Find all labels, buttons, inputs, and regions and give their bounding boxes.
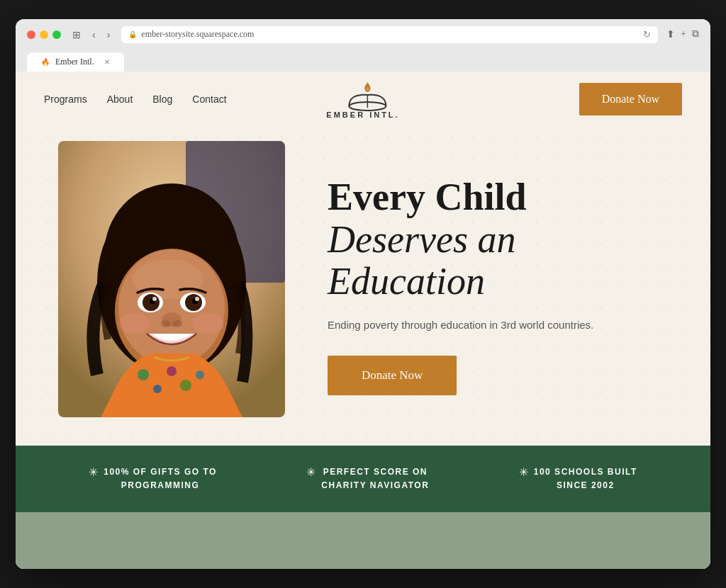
close-button[interactable]	[27, 30, 35, 39]
address-bar[interactable]: 🔒 ember-storysite.squarespace.com ↻	[121, 26, 658, 43]
svg-point-20	[172, 320, 182, 327]
tabs-icon[interactable]: ⧉	[692, 28, 699, 40]
active-tab[interactable]: 🔥 Ember Intl. ✕	[27, 52, 124, 72]
bottom-section-hint	[16, 512, 710, 569]
stat-row-1: ✳ 100% OF GIFTS GO TO PROGRAMMING	[89, 465, 217, 492]
hero-donate-button[interactable]: Donate Now	[328, 356, 457, 395]
lock-icon: 🔒	[128, 30, 137, 38]
svg-point-17	[195, 297, 199, 301]
browser-top-bar: ⊞ ‹ › 🔒 ember-storysite.squarespace.com …	[27, 26, 699, 43]
tab-favicon: 🔥	[41, 58, 50, 66]
nav-link-about[interactable]: About	[107, 94, 133, 105]
browser-window: ⊞ ‹ › 🔒 ember-storysite.squarespace.com …	[16, 19, 710, 569]
nav-link-blog[interactable]: Blog	[152, 94, 172, 105]
hero-headline: Every Child Deserves an Education	[328, 176, 668, 303]
stat-row-2: ✳ PERFECT SCORE ON CHARITY NAVIGATOR	[306, 465, 429, 492]
nav-link-programs[interactable]: Programs	[44, 94, 87, 105]
browser-chrome: ⊞ ‹ › 🔒 ember-storysite.squarespace.com …	[16, 19, 710, 72]
stats-bar: ✳ 100% OF GIFTS GO TO PROGRAMMING ✳ PERF…	[16, 446, 710, 512]
svg-point-21	[119, 313, 150, 334]
svg-point-16	[152, 297, 157, 301]
browser-action-buttons: ⬆ + ⧉	[666, 28, 699, 40]
svg-point-22	[193, 313, 224, 334]
tab-close-icon[interactable]: ✕	[104, 58, 110, 66]
minimize-button[interactable]	[40, 30, 48, 39]
back-button[interactable]: ‹	[89, 28, 99, 42]
svg-point-25	[167, 366, 177, 376]
tab-title: Ember Intl.	[55, 57, 94, 67]
nav-donate-button[interactable]: Donate Now	[579, 83, 682, 115]
url-text: ember-storysite.squarespace.com	[141, 29, 254, 40]
logo: EMBER INTL.	[326, 79, 399, 119]
stat-item-navigator: ✳ PERFECT SCORE ON CHARITY NAVIGATOR	[306, 465, 429, 492]
stat-star-3: ✳	[519, 465, 528, 479]
hero-image	[58, 141, 285, 417]
share-icon[interactable]: ⬆	[666, 28, 675, 40]
stat-star-2: ✳	[306, 465, 315, 479]
stat-text-2a: PERFECT SCORE ON	[321, 465, 429, 479]
browser-tabs: 🔥 Ember Intl. ✕	[27, 49, 699, 72]
new-tab-icon[interactable]: +	[681, 28, 686, 40]
traffic-lights	[27, 30, 61, 39]
svg-point-26	[180, 380, 191, 391]
logo-icon	[346, 79, 380, 108]
stat-text-3b: SINCE 2002	[534, 479, 637, 492]
stat-row-3: ✳ 100 SCHOOLS BUILT SINCE 2002	[519, 465, 637, 492]
nav-link-contact[interactable]: Contact	[192, 94, 226, 105]
forward-button[interactable]: ›	[104, 28, 113, 42]
svg-point-23	[138, 369, 149, 380]
website-content: Programs About Blog Contact	[16, 72, 710, 569]
hero-title-line3: Education	[328, 260, 485, 303]
stat-text-2b: CHARITY NAVIGATOR	[321, 479, 429, 492]
hero-text-content: Every Child Deserves an Education Ending…	[328, 162, 668, 395]
browser-controls: ⊞ ‹ ›	[69, 28, 113, 42]
nav-bar: Programs About Blog Contact	[16, 72, 710, 127]
hero-title-line1: Every Child	[328, 176, 527, 218]
hero-subtitle: Ending poverty through education in 3rd …	[328, 317, 668, 334]
svg-point-19	[161, 320, 171, 327]
refresh-icon[interactable]: ↻	[643, 29, 651, 40]
svg-point-27	[196, 371, 204, 379]
nav-links: Programs About Blog Contact	[44, 94, 227, 105]
sidebar-toggle-button[interactable]: ⊞	[69, 28, 84, 42]
svg-point-24	[153, 385, 162, 393]
hero-title-line2: Deserves an	[328, 218, 515, 261]
stat-text-1b: PROGRAMMING	[104, 479, 217, 492]
fullscreen-button[interactable]	[52, 30, 61, 39]
stat-item-programming: ✳ 100% OF GIFTS GO TO PROGRAMMING	[89, 465, 217, 492]
hero-section: Every Child Deserves an Education Ending…	[16, 127, 710, 446]
stat-star-1: ✳	[89, 465, 98, 479]
stat-text-1a: 100% OF GIFTS GO TO	[104, 465, 217, 479]
stat-text-3a: 100 SCHOOLS BUILT	[534, 465, 637, 479]
stat-item-schools: ✳ 100 SCHOOLS BUILT SINCE 2002	[519, 465, 637, 492]
